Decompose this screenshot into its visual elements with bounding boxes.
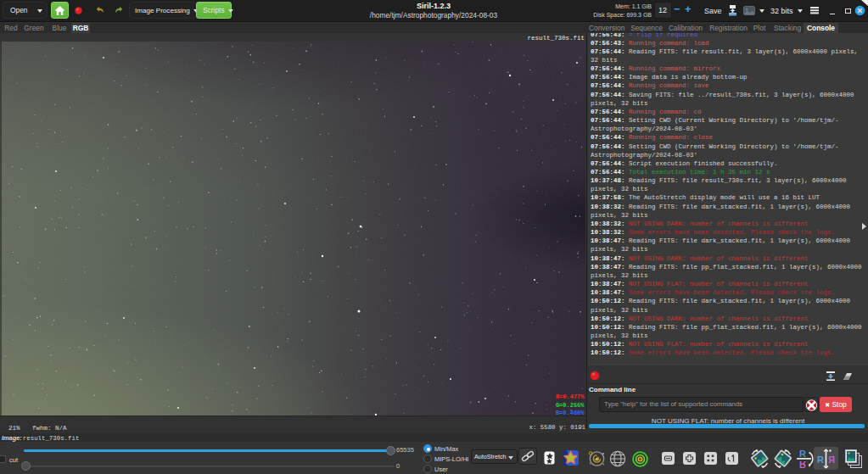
svg-text:R: R bbox=[799, 460, 806, 470]
svg-text:R: R bbox=[828, 454, 835, 465]
svg-text:R: R bbox=[817, 454, 824, 465]
svg-text:R: R bbox=[799, 449, 806, 459]
